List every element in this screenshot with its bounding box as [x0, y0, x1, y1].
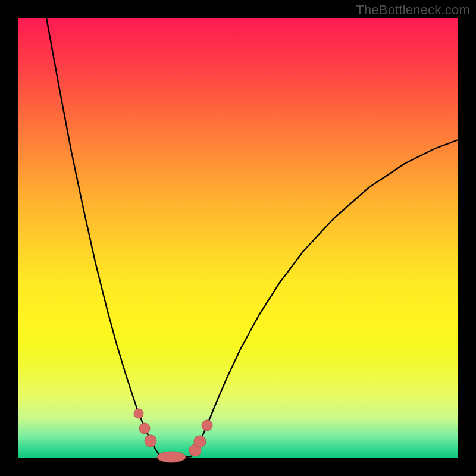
curve-group [46, 18, 458, 457]
curve-svg [18, 18, 458, 458]
curve-marker [194, 436, 206, 447]
plot-area [18, 18, 458, 458]
curve-marker [134, 409, 143, 418]
curve-marker [202, 420, 212, 431]
curve-marker [139, 423, 150, 434]
curve-marker [157, 452, 186, 462]
watermark-text: TheBottleneck.com [356, 2, 470, 18]
chart-frame: TheBottleneck.com [0, 0, 476, 476]
marker-group [134, 409, 212, 462]
bottleneck-curve [46, 18, 458, 457]
curve-marker [145, 435, 156, 447]
